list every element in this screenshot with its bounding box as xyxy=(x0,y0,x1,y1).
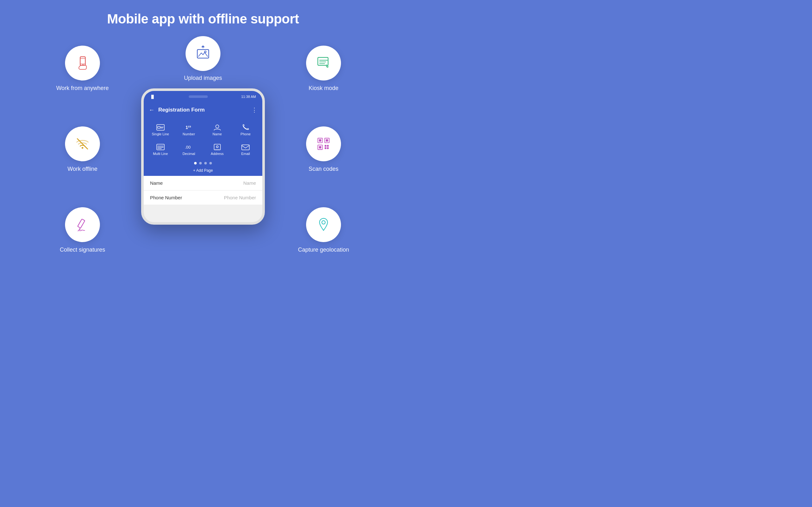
capture-geolocation-icon-circle xyxy=(306,207,341,242)
svg-rect-24 xyxy=(242,145,249,150)
work-from-anywhere-label: Work from anywhere xyxy=(56,85,109,92)
svg-rect-11 xyxy=(158,126,160,128)
center-column: Upload images ▐▌ 11:38 AM ← Registration… xyxy=(136,36,270,225)
field-decimal[interactable]: .00 Decimal xyxy=(175,141,203,158)
phone-form-grid-row1: Single Line 1²³ Number Name xyxy=(144,118,262,141)
multi-line-label: Multi Line xyxy=(153,152,168,156)
add-page-button[interactable]: + Add Page xyxy=(144,167,262,176)
wifi-off-icon xyxy=(74,135,91,153)
feature-work-from-anywhere: Work from anywhere xyxy=(56,46,109,92)
svg-point-15 xyxy=(216,125,219,128)
collect-signatures-label: Collect signatures xyxy=(60,246,105,253)
email-icon xyxy=(241,144,250,151)
email-label: Email xyxy=(241,152,250,156)
phone-hand-icon xyxy=(74,55,91,72)
decimal-label: Decimal xyxy=(183,152,195,156)
scan-codes-icon-circle xyxy=(306,126,341,161)
field-email[interactable]: Email xyxy=(232,141,260,158)
upload-image-icon xyxy=(194,45,212,62)
kiosk-mode-label: Kiosk mode xyxy=(309,85,339,92)
field-number[interactable]: 1²³ Number xyxy=(175,121,203,138)
name-label: Name xyxy=(212,132,222,136)
svg-rect-35 xyxy=(325,145,326,147)
field-phone[interactable]: Phone xyxy=(232,121,260,138)
field-multi-line[interactable]: Multi Line xyxy=(146,141,175,158)
menu-button[interactable]: ⋮ xyxy=(252,107,257,113)
collect-signatures-icon-circle xyxy=(65,207,100,242)
dot-4 xyxy=(209,162,212,164)
form-row-phone: Phone Number Phone Number xyxy=(144,190,262,205)
svg-point-8 xyxy=(204,51,206,53)
form-row-name: Name Name xyxy=(144,176,262,190)
name-icon xyxy=(213,124,222,131)
multi-line-icon xyxy=(156,144,165,151)
svg-point-4 xyxy=(82,147,83,149)
phone-pagination-dots xyxy=(144,161,262,167)
svg-rect-36 xyxy=(327,145,328,147)
dot-1 xyxy=(194,162,197,164)
content-area: Work from anywhere Work offline xyxy=(0,36,406,253)
name-field-label: Name xyxy=(150,180,163,186)
work-offline-label: Work offline xyxy=(67,166,97,172)
svg-rect-34 xyxy=(319,146,321,148)
address-label: Address xyxy=(211,152,223,156)
single-line-label: Single Line xyxy=(152,132,169,136)
svg-rect-25 xyxy=(318,57,328,65)
svg-rect-7 xyxy=(197,49,209,58)
capture-geolocation-label: Capture geolocation xyxy=(298,246,349,253)
dot-2 xyxy=(199,162,202,164)
svg-rect-30 xyxy=(319,139,321,142)
svg-text:.00: .00 xyxy=(185,145,191,150)
svg-rect-16 xyxy=(157,144,164,150)
feature-kiosk-mode: Kiosk mode xyxy=(306,46,341,92)
work-offline-icon-circle xyxy=(65,126,100,161)
phone-nav-title: Registration Form xyxy=(158,107,248,113)
svg-rect-6 xyxy=(78,219,85,228)
name-field-placeholder: Name xyxy=(243,180,256,186)
phone-status-bar: ▐▌ 11:38 AM xyxy=(144,91,262,102)
signal-indicator: ▐▌ xyxy=(150,95,155,99)
single-line-icon xyxy=(156,124,165,131)
svg-rect-32 xyxy=(326,139,328,142)
svg-rect-37 xyxy=(325,147,326,149)
field-name[interactable]: Name xyxy=(203,121,232,138)
feature-capture-geolocation: Capture geolocation xyxy=(298,207,349,253)
svg-point-39 xyxy=(322,221,325,224)
feature-scan-codes: Scan codes xyxy=(306,126,341,172)
decimal-icon: .00 xyxy=(184,144,193,151)
phone-form-grid-row2: Multi Line .00 Decimal Address xyxy=(144,141,262,161)
feature-collect-signatures: Collect signatures xyxy=(60,207,105,253)
svg-rect-21 xyxy=(214,144,220,150)
location-icon xyxy=(315,216,332,233)
work-from-anywhere-icon-circle xyxy=(65,46,100,80)
svg-rect-38 xyxy=(327,147,328,149)
feature-upload-images: Upload images xyxy=(184,36,222,81)
notch xyxy=(189,95,208,98)
number-icon: 1²³ xyxy=(184,124,193,131)
scan-codes-label: Scan codes xyxy=(309,166,339,172)
page-title: Mobile app with offline support xyxy=(107,11,299,26)
svg-text:1²³: 1²³ xyxy=(186,125,191,130)
svg-point-3 xyxy=(83,64,84,65)
phone-field-placeholder: Phone Number xyxy=(224,195,256,200)
phone-field-label: Phone Number xyxy=(150,195,182,200)
signature-icon xyxy=(74,216,91,233)
phone-icon xyxy=(241,124,250,131)
field-address[interactable]: Address xyxy=(203,141,232,158)
add-page-label: + Add Page xyxy=(193,168,213,173)
address-icon xyxy=(213,144,222,151)
upload-images-icon-circle xyxy=(186,36,220,71)
feature-work-offline: Work offline xyxy=(65,126,100,172)
dot-3 xyxy=(204,162,207,164)
field-single-line[interactable]: Single Line xyxy=(146,121,175,138)
phone-nav-bar: ← Registration Form ⋮ xyxy=(144,102,262,118)
kiosk-mode-icon-circle xyxy=(306,46,341,80)
number-label: Number xyxy=(183,132,195,136)
qr-code-icon xyxy=(315,135,332,153)
phone-form-bottom: Name Name Phone Number Phone Number xyxy=(144,176,262,205)
left-column: Work from anywhere Work offline xyxy=(41,36,124,253)
right-column: Kiosk mode Sca xyxy=(282,36,365,253)
phone-mockup: ▐▌ 11:38 AM ← Registration Form ⋮ xyxy=(141,89,265,225)
back-button[interactable]: ← xyxy=(149,107,154,113)
time-display: 11:38 AM xyxy=(241,95,256,99)
